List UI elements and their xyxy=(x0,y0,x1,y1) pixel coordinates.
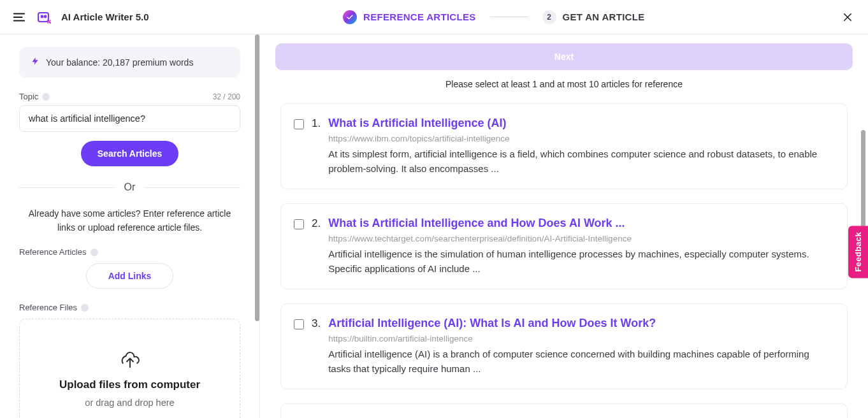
result-url: https://www.ibm.com/topics/artificial-in… xyxy=(328,134,830,143)
reference-files-label: Reference Files xyxy=(19,303,240,312)
result-card: 2. What is Artificial Intelligence and H… xyxy=(280,203,848,289)
dropzone-title: Upload files from computer xyxy=(59,378,200,391)
result-number: 3. xyxy=(312,317,321,376)
upload-icon xyxy=(120,350,140,372)
bolt-icon xyxy=(31,56,40,69)
result-checkbox[interactable] xyxy=(294,119,304,129)
result-title-link[interactable]: What is Artificial Intelligence and How … xyxy=(328,217,830,230)
result-snippet: At its simplest form, artificial intelli… xyxy=(328,147,830,176)
main-panel: Next Please select at least 1 and at mos… xyxy=(260,34,868,418)
balance-pill: Your balance: 20,187 premium words xyxy=(19,47,240,78)
left-panel: Your balance: 20,187 premium words Topic… xyxy=(0,34,260,418)
result-url: https://builtin.com/artificial-intellige… xyxy=(328,334,830,343)
balance-text: Your balance: 20,187 premium words xyxy=(46,57,193,68)
dropzone-sub: or drag and drop here xyxy=(85,398,174,408)
step-connector xyxy=(490,17,528,17)
scrollbar-thumb[interactable] xyxy=(255,34,259,321)
result-number: 2. xyxy=(312,217,321,276)
result-title-link[interactable]: What is Artificial Intelligence (AI) xyxy=(328,117,830,130)
result-snippet: Artificial intelligence (AI) is a branch… xyxy=(328,347,830,376)
app-title: AI Article Writer 5.0 xyxy=(61,11,149,22)
topic-label: Topic xyxy=(19,92,50,101)
step-get-an-article[interactable]: 2 GET AN ARTICLE xyxy=(542,10,645,24)
result-snippet: Artificial intelligence is the simulatio… xyxy=(328,247,830,276)
helper-text: Already have some articles? Enter refere… xyxy=(19,207,240,234)
or-divider: Or xyxy=(19,182,240,193)
result-url: https://www.techtarget.com/searchenterpr… xyxy=(328,234,830,243)
result-number: 1. xyxy=(312,117,321,176)
result-card: 4. What Is AI? Learn About Artificial In… xyxy=(280,403,848,418)
step-reference-articles[interactable]: REFERENCE ARTICLES xyxy=(343,10,476,24)
results-list: 1. What is Artificial Intelligence (AI) … xyxy=(275,103,853,418)
selection-hint: Please select at least 1 and at most 10 … xyxy=(275,79,853,89)
header-left: AI Article Writer 5.0 xyxy=(11,9,149,25)
feedback-tab[interactable]: Feedback xyxy=(848,226,868,278)
info-icon[interactable] xyxy=(90,249,98,256)
add-links-button[interactable]: Add Links xyxy=(86,263,174,289)
close-icon[interactable] xyxy=(839,8,857,26)
svg-point-5 xyxy=(45,15,47,17)
topic-counter: 32 / 200 xyxy=(213,92,240,101)
wizard-steps: REFERENCE ARTICLES 2 GET AN ARTICLE xyxy=(159,10,828,24)
result-card: 3. Artificial Intelligence (AI): What Is… xyxy=(280,303,848,389)
info-icon[interactable] xyxy=(42,93,50,101)
topic-input[interactable] xyxy=(19,105,240,132)
app-logo-icon xyxy=(36,9,52,25)
result-checkbox[interactable] xyxy=(294,319,304,329)
check-icon xyxy=(343,10,357,24)
result-title-link[interactable]: Artificial Intelligence (AI): What Is AI… xyxy=(328,317,830,330)
svg-point-4 xyxy=(41,15,43,17)
step2-label: GET AN ARTICLE xyxy=(563,11,645,22)
step2-number-badge: 2 xyxy=(542,10,556,24)
result-checkbox[interactable] xyxy=(294,219,304,229)
menu-icon[interactable] xyxy=(11,10,27,25)
info-icon[interactable] xyxy=(81,304,89,312)
header: AI Article Writer 5.0 REFERENCE ARTICLES… xyxy=(0,0,868,34)
file-dropzone[interactable]: Upload files from computer or drag and d… xyxy=(19,319,240,418)
next-button[interactable]: Next xyxy=(275,43,853,70)
step1-label: REFERENCE ARTICLES xyxy=(363,11,476,22)
result-card: 1. What is Artificial Intelligence (AI) … xyxy=(280,103,848,189)
search-articles-button[interactable]: Search Articles xyxy=(81,141,178,166)
reference-articles-label: Reference Articles xyxy=(19,247,240,257)
